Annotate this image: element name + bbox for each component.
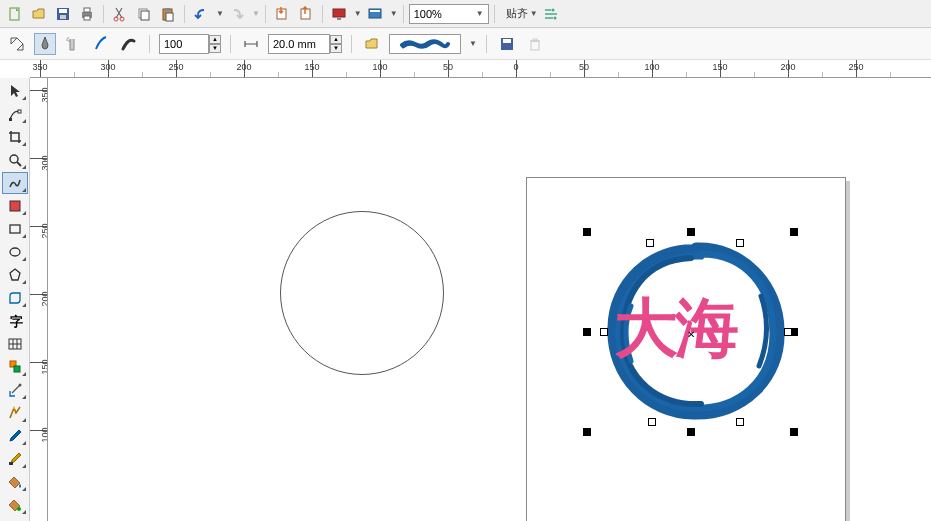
copy-button[interactable]: [133, 3, 155, 25]
browse-brush-button[interactable]: [361, 33, 383, 55]
selection-handle-nw[interactable]: [583, 228, 591, 236]
node-handle[interactable]: [600, 328, 608, 336]
ruler-tick-label: 100: [372, 62, 387, 72]
separator: [184, 5, 185, 23]
dimension-tool[interactable]: [2, 356, 28, 378]
basic-shapes-tool[interactable]: [2, 287, 28, 309]
preset-shape-icon[interactable]: [6, 33, 28, 55]
svg-point-8: [120, 17, 124, 21]
cut-button[interactable]: [109, 3, 131, 25]
outline-tool[interactable]: [2, 448, 28, 470]
ruler-tick-label: 150: [40, 359, 48, 374]
node-handle[interactable]: [736, 418, 744, 426]
separator: [103, 5, 104, 23]
separator: [149, 35, 150, 53]
brush-dropdown-arrow[interactable]: ▼: [469, 39, 477, 48]
selection-handle-n[interactable]: [687, 228, 695, 236]
selection-handle-ne[interactable]: [790, 228, 798, 236]
smart-fill-tool[interactable]: [2, 195, 28, 217]
paste-button[interactable]: [157, 3, 179, 25]
redo-button[interactable]: [226, 3, 248, 25]
selection-handle-w[interactable]: [583, 328, 591, 336]
polygon-tool[interactable]: [2, 264, 28, 286]
ruler-tick-label: 350: [32, 62, 47, 72]
zoom-value: 100%: [414, 8, 442, 20]
brush-tool-icon[interactable]: [34, 33, 56, 55]
main-toolbar: ▼ ▼ ▼ ▼ 100% ▼ 贴齐▼: [0, 0, 931, 28]
left-toolbox: 字: [0, 78, 30, 521]
display-button[interactable]: [328, 3, 350, 25]
spray-tool-icon[interactable]: [62, 33, 84, 55]
print-button[interactable]: [76, 3, 98, 25]
node-handle[interactable]: [648, 418, 656, 426]
ruler-tick-label: 200: [236, 62, 251, 72]
save-button[interactable]: [52, 3, 74, 25]
save-brush-button[interactable]: [496, 33, 518, 55]
shape-edit-tool[interactable]: [2, 103, 28, 125]
open-button[interactable]: [28, 3, 50, 25]
calligraphy-tool-icon[interactable]: [90, 33, 112, 55]
svg-rect-1: [57, 8, 69, 20]
smoothing-input[interactable]: 100: [159, 34, 209, 54]
nib-size-input[interactable]: 20.0 mm: [268, 34, 330, 54]
separator: [494, 5, 495, 23]
circle-shape[interactable]: [280, 211, 444, 375]
svg-rect-10: [141, 11, 149, 20]
launch-dropdown-arrow[interactable]: ▼: [390, 9, 398, 18]
svg-rect-4: [82, 12, 92, 18]
svg-rect-2: [59, 9, 67, 13]
undo-button[interactable]: [190, 3, 212, 25]
launch-button[interactable]: [364, 3, 386, 25]
table-tool[interactable]: [2, 333, 28, 355]
svg-point-21: [553, 16, 556, 19]
pick-tool[interactable]: [2, 80, 28, 102]
redo-dropdown-arrow[interactable]: ▼: [252, 9, 260, 18]
zoom-tool[interactable]: [2, 149, 28, 171]
zoom-dropdown-arrow[interactable]: ▼: [476, 9, 484, 18]
svg-rect-19: [370, 10, 380, 12]
svg-point-38: [18, 384, 21, 387]
svg-point-22: [67, 37, 69, 39]
text-tool[interactable]: 字: [2, 310, 28, 332]
selection-handle-s[interactable]: [687, 428, 695, 436]
node-handle[interactable]: [736, 239, 744, 247]
brush-stroke-preview[interactable]: [389, 34, 461, 54]
new-doc-button[interactable]: [4, 3, 26, 25]
freehand-tool[interactable]: [2, 172, 28, 194]
nib-spinner[interactable]: ▲▼: [330, 35, 342, 53]
options-button[interactable]: [540, 3, 562, 25]
zoom-combo[interactable]: 100% ▼: [409, 4, 489, 24]
ruler-tick-label: 200: [40, 291, 48, 306]
node-handle[interactable]: [784, 328, 792, 336]
rectangle-tool[interactable]: [2, 218, 28, 240]
pressure-tool-icon[interactable]: [118, 33, 140, 55]
svg-point-33: [10, 248, 20, 256]
smoothing-spinner[interactable]: ▲▼: [209, 35, 221, 53]
selection-handle-sw[interactable]: [583, 428, 591, 436]
fill-tool[interactable]: [2, 471, 28, 493]
interactive-fill-tool[interactable]: [2, 494, 28, 516]
node-handle[interactable]: [646, 239, 654, 247]
connector-tool[interactable]: [2, 379, 28, 401]
ruler-tick-label: 300: [40, 155, 48, 170]
undo-dropdown-arrow[interactable]: ▼: [216, 9, 224, 18]
svg-rect-35: [9, 339, 21, 349]
ruler-tick-label: 250: [40, 223, 48, 238]
svg-rect-37: [14, 366, 20, 372]
svg-rect-28: [9, 118, 12, 121]
export-button[interactable]: [295, 3, 317, 25]
svg-rect-12: [165, 8, 170, 11]
logo-text[interactable]: 大海: [614, 285, 736, 372]
selection-handle-se[interactable]: [790, 428, 798, 436]
canvas-area[interactable]: 大海 ✕: [48, 78, 931, 521]
effects-tool[interactable]: [2, 402, 28, 424]
eyedropper-tool[interactable]: [2, 425, 28, 447]
svg-point-23: [66, 39, 68, 41]
ellipse-tool[interactable]: [2, 241, 28, 263]
snap-label[interactable]: 贴齐▼: [506, 6, 538, 21]
import-button[interactable]: [271, 3, 293, 25]
display-dropdown-arrow[interactable]: ▼: [354, 9, 362, 18]
delete-brush-button[interactable]: [524, 33, 546, 55]
crop-tool[interactable]: [2, 126, 28, 148]
nib-width-icon: [240, 33, 262, 55]
